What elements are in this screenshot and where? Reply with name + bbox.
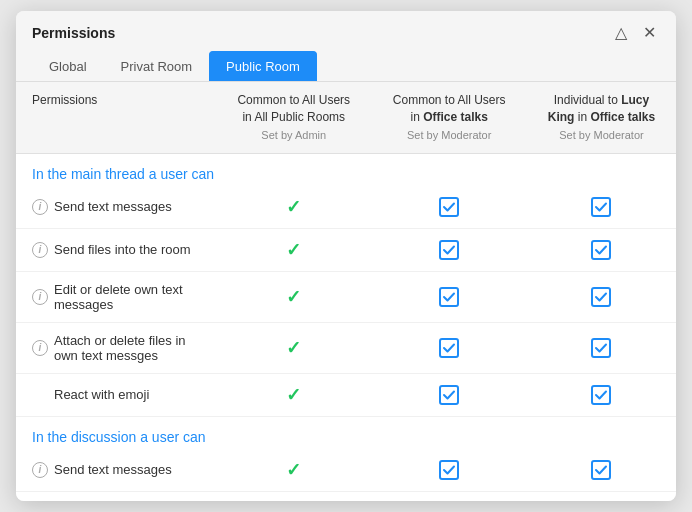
- set-by-2: Set by Moderator: [379, 128, 518, 143]
- permission-label: Edit or delete own text messages: [54, 282, 208, 312]
- col2-cell: [371, 228, 526, 271]
- col-header-2: Common to All Usersin Office talks Set b…: [371, 82, 526, 153]
- col-header-1: Common to All Usersin All Public Rooms S…: [216, 82, 371, 153]
- info-icon[interactable]: i: [32, 289, 48, 305]
- check-mark: ✓: [286, 287, 301, 307]
- col1-cell: ✓: [216, 449, 371, 492]
- section-title: In the main thread a user can: [16, 153, 676, 186]
- permission-label: Attach or delete files in own text messg…: [54, 333, 208, 363]
- col2-cell: [371, 449, 526, 492]
- col3-cell: [527, 186, 676, 229]
- tab-public-room[interactable]: Public Room: [209, 51, 317, 81]
- restore-button[interactable]: △: [611, 23, 631, 43]
- col-header-3: Individual to LucyKing in Office talks S…: [527, 82, 676, 153]
- col3-cell: [527, 449, 676, 492]
- permissions-table: Permissions Common to All Usersin All Pu…: [16, 82, 676, 492]
- col2-cell: [371, 373, 526, 416]
- table-row: iSend text messages✓: [16, 449, 676, 492]
- col1-cell: ✓: [216, 186, 371, 229]
- checkbox[interactable]: [591, 287, 611, 307]
- check-mark: ✓: [286, 460, 301, 480]
- checkbox[interactable]: [591, 385, 611, 405]
- col-header-permissions: Permissions: [16, 82, 216, 153]
- checkbox[interactable]: [439, 287, 459, 307]
- permission-cell: iSend text messages: [16, 186, 216, 229]
- tab-bar: GlobalPrivat RoomPublic Room: [16, 43, 676, 82]
- col3-cell: [527, 373, 676, 416]
- col2-cell: [371, 322, 526, 373]
- checkbox[interactable]: [591, 240, 611, 260]
- checkbox[interactable]: [439, 197, 459, 217]
- check-mark: ✓: [286, 240, 301, 260]
- col2-cell: [371, 186, 526, 229]
- checkbox[interactable]: [591, 197, 611, 217]
- table-wrapper[interactable]: Permissions Common to All Usersin All Pu…: [16, 82, 676, 501]
- col3-cell: [527, 322, 676, 373]
- info-icon[interactable]: i: [32, 462, 48, 478]
- col2-cell: [371, 271, 526, 322]
- permission-cell: iSend text messages: [16, 449, 216, 492]
- permission-cell: iAttach or delete files in own text mess…: [16, 322, 216, 373]
- close-button[interactable]: ✕: [639, 23, 660, 43]
- col1-cell: ✓: [216, 228, 371, 271]
- title-bar: Permissions △ ✕: [16, 11, 676, 43]
- check-mark: ✓: [286, 338, 301, 358]
- table-row: iSend files into the room✓: [16, 228, 676, 271]
- table-row: iEdit or delete own text messages✓: [16, 271, 676, 322]
- permission-label: Send text messages: [54, 462, 172, 477]
- table-row: React with emoji✓: [16, 373, 676, 416]
- table-row: iSend text messages✓: [16, 186, 676, 229]
- section-title: In the discussion a user can: [16, 416, 676, 449]
- title-bar-actions: △ ✕: [611, 23, 660, 43]
- content-area: Permissions Common to All Usersin All Pu…: [16, 82, 676, 501]
- permissions-window: Permissions △ ✕ GlobalPrivat RoomPublic …: [16, 11, 676, 501]
- checkbox[interactable]: [439, 338, 459, 358]
- info-icon[interactable]: i: [32, 340, 48, 356]
- permission-label: Send files into the room: [54, 242, 191, 257]
- tab-global[interactable]: Global: [32, 51, 104, 81]
- checkbox[interactable]: [439, 385, 459, 405]
- set-by-1: Set by Admin: [224, 128, 363, 143]
- col1-cell: ✓: [216, 322, 371, 373]
- section-header: In the main thread a user can: [16, 153, 676, 186]
- col3-cell: [527, 271, 676, 322]
- section-header: In the discussion a user can: [16, 416, 676, 449]
- info-icon[interactable]: i: [32, 199, 48, 215]
- permission-label: React with emoji: [54, 387, 149, 402]
- window-title: Permissions: [32, 25, 115, 41]
- permission-label: Send text messages: [54, 199, 172, 214]
- set-by-3: Set by Moderator: [535, 128, 668, 143]
- check-mark: ✓: [286, 197, 301, 217]
- col3-cell: [527, 228, 676, 271]
- col1-cell: ✓: [216, 373, 371, 416]
- info-icon[interactable]: i: [32, 242, 48, 258]
- check-mark: ✓: [286, 385, 301, 405]
- checkbox[interactable]: [439, 240, 459, 260]
- permission-cell: iEdit or delete own text messages: [16, 271, 216, 322]
- col1-cell: ✓: [216, 271, 371, 322]
- checkbox[interactable]: [439, 460, 459, 480]
- permission-cell: React with emoji: [16, 373, 216, 416]
- title-bar-left: Permissions: [32, 25, 115, 41]
- checkbox[interactable]: [591, 338, 611, 358]
- permission-cell: iSend files into the room: [16, 228, 216, 271]
- table-row: iAttach or delete files in own text mess…: [16, 322, 676, 373]
- checkbox[interactable]: [591, 460, 611, 480]
- tab-privat-room[interactable]: Privat Room: [104, 51, 210, 81]
